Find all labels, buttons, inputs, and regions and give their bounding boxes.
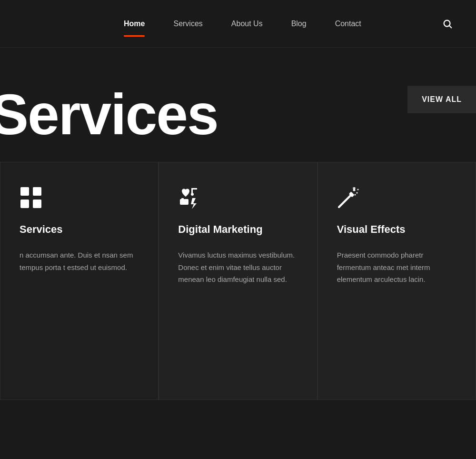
service-card-3: Visual Effects Praesent commodo pharetr … <box>317 162 476 400</box>
view-all-button[interactable]: VIEW ALL <box>407 86 476 113</box>
hero-section: Services VIEW ALL <box>0 48 476 143</box>
svg-rect-4 <box>20 200 29 208</box>
card-1-title: Services <box>20 223 139 236</box>
svg-rect-11 <box>181 198 184 200</box>
svg-rect-2 <box>20 187 29 196</box>
main-nav: Home Services About Us Blog Contact <box>124 15 361 33</box>
digital-marketing-icon <box>178 186 298 209</box>
site-header: Home Services About Us Blog Contact <box>0 0 476 48</box>
svg-point-17 <box>354 194 356 196</box>
service-card-1: Services n accumsan ante. Duis et nsan s… <box>0 162 159 400</box>
svg-line-13 <box>339 195 351 207</box>
nav-item-about[interactable]: About Us <box>231 15 263 33</box>
visual-effects-icon <box>337 186 456 209</box>
nav-item-home[interactable]: Home <box>124 15 145 33</box>
svg-rect-7 <box>193 188 197 190</box>
search-button[interactable] <box>438 14 457 33</box>
card-2-title: Digital Marketing <box>178 223 298 236</box>
services-cards-section: Services n accumsan ante. Duis et nsan s… <box>0 143 476 400</box>
card-1-description: n accumsan ante. Duis et nsan sem tempus… <box>20 249 139 273</box>
service-card-2: Digital Marketing Vivamus luctus maximus… <box>159 162 317 400</box>
nav-item-contact[interactable]: Contact <box>335 15 361 33</box>
apps-icon <box>20 186 139 209</box>
card-2-description: Vivamus luctus maximus vestibulum. Donec… <box>178 249 298 286</box>
svg-rect-3 <box>33 187 41 196</box>
card-3-title: Visual Effects <box>337 223 456 236</box>
svg-point-16 <box>356 192 357 194</box>
svg-point-15 <box>353 189 355 191</box>
svg-point-10 <box>183 200 186 203</box>
card-3-description: Praesent commodo pharetr fermentum antea… <box>337 249 456 286</box>
search-icon <box>442 19 453 29</box>
svg-point-8 <box>191 193 194 196</box>
bottom-section <box>0 400 476 459</box>
nav-item-services[interactable]: Services <box>173 15 202 33</box>
svg-point-18 <box>357 189 358 190</box>
nav-item-blog[interactable]: Blog <box>291 15 307 33</box>
svg-rect-5 <box>33 200 41 208</box>
page-title: Services <box>0 86 476 143</box>
svg-line-1 <box>449 26 451 28</box>
svg-marker-12 <box>191 198 197 209</box>
